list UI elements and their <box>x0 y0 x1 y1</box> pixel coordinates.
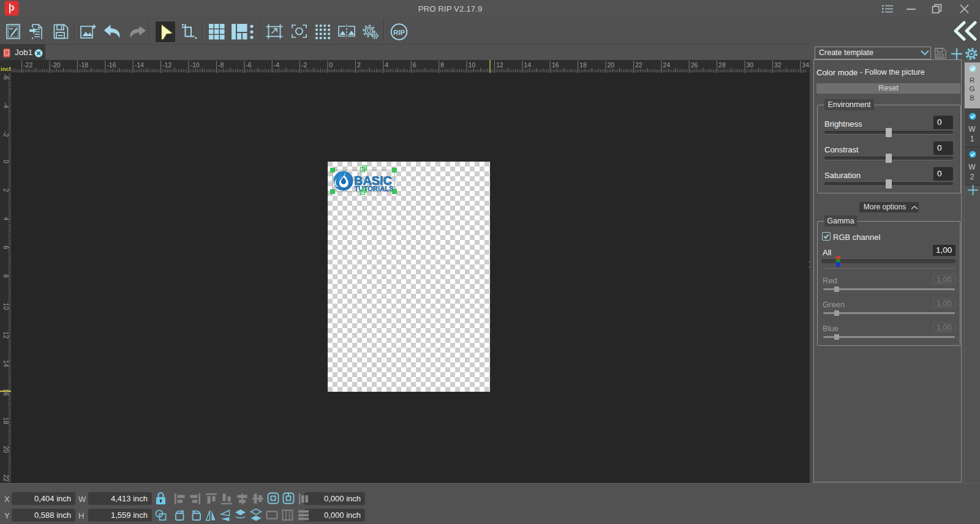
svg-text:28: 28 <box>718 61 726 69</box>
svg-text:4: 4 <box>2 217 10 220</box>
svg-text:22: 22 <box>2 474 10 482</box>
svg-text:2: 2 <box>357 61 361 69</box>
svg-text:18: 18 <box>579 61 587 69</box>
svg-text:8: 8 <box>2 274 10 278</box>
svg-text:-10: -10 <box>190 61 200 69</box>
svg-text:30: 30 <box>747 61 754 69</box>
svg-text:-14: -14 <box>135 61 144 69</box>
svg-text:24: 24 <box>663 61 670 69</box>
svg-text:-20: -20 <box>51 61 61 69</box>
svg-text:18: 18 <box>2 417 10 425</box>
svg-text:10: 10 <box>469 61 476 69</box>
svg-text:34: 34 <box>802 61 809 69</box>
svg-text:12: 12 <box>496 61 503 69</box>
svg-text:22: 22 <box>635 61 643 69</box>
svg-text:32: 32 <box>774 61 782 69</box>
svg-text:-22: -22 <box>23 61 32 69</box>
svg-text:-18: -18 <box>79 61 88 69</box>
svg-text:0: 0 <box>330 61 333 69</box>
svg-text:20: 20 <box>2 446 10 453</box>
svg-text:6: 6 <box>413 61 417 69</box>
svg-text:14: 14 <box>2 360 10 367</box>
svg-text:14: 14 <box>524 61 531 69</box>
svg-text:-4: -4 <box>274 61 279 69</box>
svg-text:4: 4 <box>385 61 388 69</box>
svg-text:12: 12 <box>2 331 10 339</box>
svg-text:RIP: RIP <box>393 29 405 36</box>
svg-text:-6: -6 <box>2 74 10 80</box>
svg-text:8: 8 <box>440 61 444 69</box>
svg-text:10: 10 <box>2 303 10 310</box>
svg-text:-8: -8 <box>218 61 224 69</box>
svg-text:2: 2 <box>2 189 10 192</box>
svg-text:-4: -4 <box>2 103 10 108</box>
svg-text:16: 16 <box>552 61 559 69</box>
svg-text:-16: -16 <box>107 61 116 69</box>
svg-text:6: 6 <box>2 245 10 249</box>
svg-text:-12: -12 <box>162 61 172 69</box>
svg-text:0: 0 <box>2 160 10 163</box>
svg-text:-6: -6 <box>246 61 251 69</box>
svg-text:-2: -2 <box>301 61 307 69</box>
svg-text:-2: -2 <box>2 131 10 137</box>
svg-text:26: 26 <box>691 61 698 69</box>
svg-text:16: 16 <box>2 389 10 396</box>
svg-text:20: 20 <box>608 61 615 69</box>
